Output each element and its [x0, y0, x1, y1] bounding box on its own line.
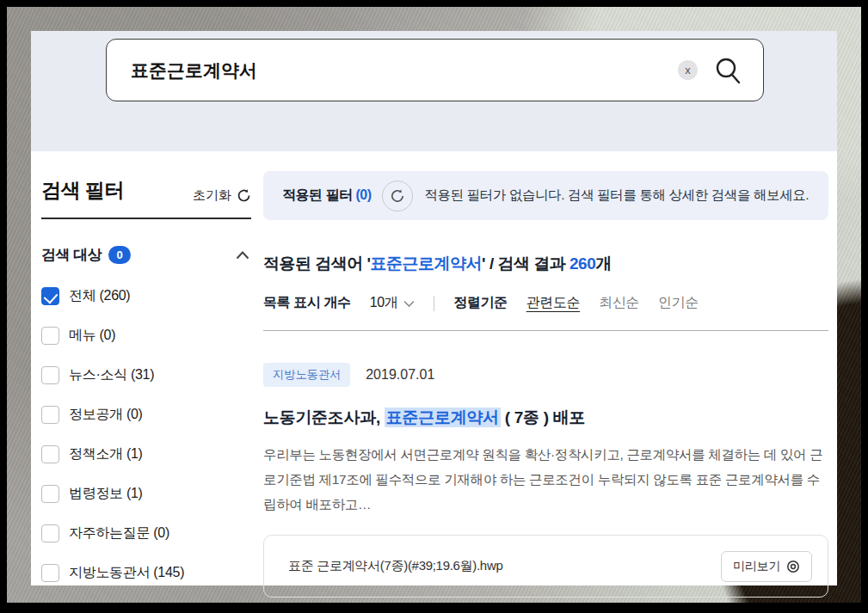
filter-sidebar: 검색 필터 초기화 검색 대상 0 — [31, 151, 251, 604]
filter-item-policy[interactable]: 정책소개 (1) — [41, 445, 251, 463]
applied-filter-label: 적용된 필터 (0) — [282, 187, 371, 205]
sort-option-newest[interactable]: 최신순 — [599, 294, 639, 312]
sort-option-relevance[interactable]: 관련도순 — [526, 294, 580, 312]
filter-group-header: 검색 대상 0 — [41, 245, 251, 265]
vertical-divider — [434, 296, 434, 311]
summary-prefix: 적용된 검색어 ' — [263, 254, 371, 273]
filter-group-title: 검색 대상 — [41, 245, 102, 265]
checkbox[interactable] — [41, 485, 59, 503]
result-title[interactable]: 노동기준조사과, 표준근로계약서 ( 7종 ) 배포 — [263, 407, 828, 429]
title-suffix: ( 7종 ) 배포 — [501, 408, 585, 426]
magnifier-icon — [713, 56, 742, 85]
page-body: 검색 필터 초기화 검색 대상 0 — [31, 151, 837, 604]
chevron-down-icon — [403, 300, 415, 307]
result-date: 2019.07.01 — [366, 367, 434, 383]
clear-search-button[interactable]: x — [678, 60, 698, 80]
checkbox[interactable] — [41, 327, 59, 345]
checkbox-label: 전체 (260) — [69, 287, 130, 305]
list-count-value: 10개 — [370, 294, 398, 312]
refresh-circle-icon — [390, 188, 405, 204]
preview-button[interactable]: 미리보기 — [721, 551, 812, 582]
list-count-dropdown[interactable]: 10개 — [370, 294, 416, 312]
results-main: 적용된 필터 (0) 적용된 필터가 없습니다. 검색 필터를 통해 상세한 검… — [251, 151, 837, 604]
eye-icon — [786, 560, 800, 573]
checkbox[interactable] — [41, 445, 59, 463]
filter-item-info[interactable]: 정보공개 (0) — [41, 406, 251, 424]
checkbox-label: 지방노동관서 (145) — [69, 564, 184, 582]
collapse-button[interactable] — [234, 249, 251, 261]
applied-filter-message: 적용된 필터가 없습니다. 검색 필터를 통해 상세한 검색을 해보세요. — [424, 187, 809, 205]
checkbox[interactable] — [41, 406, 59, 424]
category-tag: 지방노동관서 — [263, 363, 350, 387]
content-card: x 검색 필터 초기화 — [31, 31, 837, 585]
sidebar-header: 검색 필터 초기화 — [41, 177, 251, 204]
screenshot-frame: x 검색 필터 초기화 — [0, 0, 868, 613]
title-prefix: 노동기준조사과, — [263, 408, 385, 426]
checkbox-label: 정보공개 (0) — [69, 406, 143, 424]
applied-filter-text: 적용된 필터 — [282, 187, 352, 202]
sidebar-divider — [41, 218, 251, 219]
sidebar-title: 검색 필터 — [41, 177, 124, 204]
applied-filter-bar: 적용된 필터 (0) 적용된 필터가 없습니다. 검색 필터를 통해 상세한 검… — [263, 171, 828, 220]
search-box: x — [106, 39, 764, 101]
reset-label: 초기화 — [193, 187, 231, 204]
summary-suffix: 개 — [595, 254, 612, 273]
results-summary: 적용된 검색어 '표준근로계약서' / 검색 결과 260개 — [263, 253, 828, 275]
search-input[interactable] — [131, 60, 678, 81]
checkbox-label: 자주하는질문 (0) — [69, 524, 169, 543]
filter-item-local-office[interactable]: 지방노동관서 (145) — [41, 564, 251, 582]
checkbox[interactable] — [41, 524, 59, 543]
filter-item-news[interactable]: 뉴스·소식 (31) — [41, 366, 251, 384]
summary-middle: ' / 검색 결과 — [482, 254, 569, 273]
checkbox[interactable] — [41, 287, 59, 305]
sort-label: 정렬기준 — [453, 294, 507, 312]
result-meta: 지방노동관서 2019.07.01 — [263, 363, 828, 387]
filter-refresh-button[interactable] — [382, 181, 413, 211]
checkbox[interactable] — [41, 564, 59, 582]
checkbox-label: 뉴스·소식 (31) — [69, 366, 154, 384]
results-divider — [263, 330, 828, 331]
list-count-label: 목록 표시 개수 — [263, 294, 351, 312]
filter-item-all[interactable]: 전체 (260) — [41, 287, 251, 305]
result-item: 지방노동관서 2019.07.01 노동기준조사과, 표준근로계약서 ( 7종 … — [263, 363, 828, 598]
title-highlight: 표준근로계약서 — [385, 408, 501, 427]
summary-keyword: 표준근로계약서 — [371, 254, 483, 273]
checkbox-label: 메뉴 (0) — [69, 327, 115, 345]
x-icon: x — [685, 64, 691, 77]
reset-button[interactable]: 초기화 — [193, 187, 251, 204]
attachment-box: 표준 근로계약서(7종)(#39;19.6월).hwp 미리보기 — [263, 535, 828, 598]
attachment-filename: 표준 근로계약서(7종)(#39;19.6월).hwp — [288, 558, 502, 574]
chevron-up-icon — [236, 251, 249, 260]
preview-label: 미리보기 — [733, 559, 780, 574]
search-band: x — [31, 31, 837, 151]
filter-checkbox-list: 전체 (260) 메뉴 (0) 뉴스·소식 (31) 정보공개 (0) — [41, 287, 251, 582]
filter-item-law[interactable]: 법령정보 (1) — [41, 485, 251, 503]
applied-filter-count: (0) — [355, 187, 371, 202]
search-button[interactable] — [713, 56, 742, 85]
checkbox-label: 정책소개 (1) — [69, 445, 143, 463]
filter-item-menu[interactable]: 메뉴 (0) — [41, 327, 251, 345]
summary-count: 260 — [569, 254, 595, 273]
refresh-icon — [237, 188, 251, 203]
count-badge: 0 — [108, 246, 131, 264]
checkbox[interactable] — [41, 366, 59, 384]
checkbox-label: 법령정보 (1) — [69, 485, 143, 503]
filter-item-faq[interactable]: 자주하는질문 (0) — [41, 524, 251, 543]
result-snippet: 우리부는 노동현장에서 서면근로계약 원칙을 확산·정착시키고, 근로계약서를 … — [263, 442, 828, 517]
list-controls: 목록 표시 개수 10개 정렬기준 관련도순 최신순 인기순 — [263, 294, 828, 312]
sort-option-popular[interactable]: 인기순 — [658, 294, 699, 312]
